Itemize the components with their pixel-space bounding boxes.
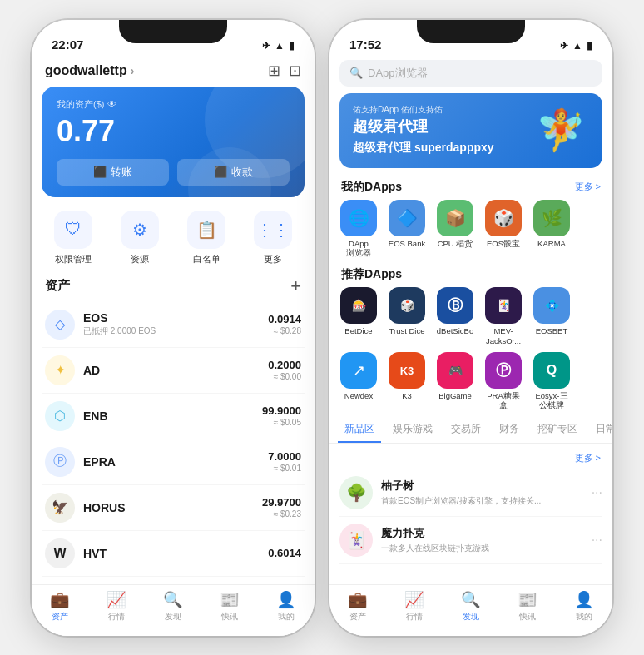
dapp-cpu[interactable]: 📦 CPU 稻货: [433, 200, 478, 258]
menu-item-more[interactable]: ⋮⋮ 更多: [248, 211, 298, 265]
dapp-eos-bank[interactable]: 🔷 EOS Bank: [384, 200, 429, 258]
tab-daily[interactable]: 日常工...: [589, 417, 612, 443]
table-row[interactable]: 🦅 HORUS 29.9700 ≈ $0.23: [42, 485, 305, 531]
table-row[interactable]: ◇ EOS 已抵押 2.0000 EOS 0.0914 ≈ $0.28: [42, 302, 305, 348]
eos-values: 0.0914 ≈ $0.28: [268, 313, 301, 335]
airplane-icon-1: ✈: [262, 40, 270, 52]
tab-exchange[interactable]: 交易所: [444, 417, 488, 443]
search-bar[interactable]: 🔍 DApp浏览器: [339, 60, 602, 87]
receive-button[interactable]: ⬛ 收款: [177, 159, 290, 186]
tab-finance[interactable]: 财务: [493, 417, 526, 443]
dbet-icon: Ⓑ: [437, 287, 473, 324]
discover-tab-label-2: 发现: [463, 611, 479, 623]
my-dapps-title: 我的DApps: [341, 180, 402, 195]
dapp-eos-dice[interactable]: 🎲 EOS骰宝: [481, 200, 526, 258]
p1-wallet-title[interactable]: goodwallettp ›: [45, 63, 134, 78]
tab-market-2[interactable]: 📈 行情: [386, 590, 443, 623]
transfer-button[interactable]: ⬛ 转账: [57, 159, 169, 186]
discover-tab-icon: 🔍: [163, 590, 183, 609]
tab-assets-1[interactable]: 💼 资产: [32, 590, 88, 623]
table-row[interactable]: ⬡ ENB 99.9000 ≈ $0.05: [42, 394, 305, 439]
dapp-newdex[interactable]: ↗ Newdex: [336, 352, 381, 410]
market-tab-label-2: 行情: [406, 611, 423, 623]
menu-item-permissions[interactable]: 🛡 权限管理: [48, 211, 98, 265]
table-row[interactable]: ✦ AD 0.2000 ≈ $0.00: [42, 348, 305, 394]
tab-news-2[interactable]: 📰 快讯: [499, 590, 556, 623]
molipoker-icon: 🃏: [339, 524, 373, 557]
dapp-eosyx[interactable]: Q Eosyx-三公棋牌: [529, 352, 574, 410]
balance-card: 我的资产($) 👁 0.77 ⬛ 转账 ⬛ 收款: [42, 87, 305, 197]
add-asset-button[interactable]: +: [290, 275, 301, 297]
tab-discover-1[interactable]: 🔍 发现: [145, 590, 201, 623]
qr-icon[interactable]: ⊞: [268, 62, 280, 80]
ad-usd: ≈ $0.00: [268, 372, 301, 381]
balance-label: 我的资产($) 👁: [57, 98, 290, 111]
wifi-icon-1: ▲: [275, 40, 285, 52]
dapp-trust-dice[interactable]: 🎲 Trust Dice: [384, 287, 429, 345]
tab-games[interactable]: 娱乐游戏: [386, 417, 439, 443]
permissions-label: 权限管理: [55, 253, 92, 265]
epra-name: EPRA: [83, 455, 268, 469]
dapp-biggame[interactable]: 🎮 BigGame: [433, 352, 478, 410]
menu-item-resources[interactable]: ⚙ 资源: [115, 211, 165, 265]
epra-values: 7.0000 ≈ $0.01: [268, 450, 301, 473]
new-apps-more[interactable]: 更多 >: [339, 449, 602, 469]
enb-name: ENB: [83, 409, 262, 423]
dapp-browser[interactable]: 🌐 DApp浏览器: [336, 200, 381, 258]
profile-tab-label: 我的: [278, 611, 295, 623]
bottom-tabs-2: 💼 资产 📈 行情 🔍 发现 📰 快讯 👤 我的: [329, 584, 612, 636]
battery-icon-1: ▮: [289, 40, 295, 52]
eos-icon: ◇: [45, 310, 75, 340]
rec-dapps-row1: 🎰 BetDice 🎲 Trust Dice Ⓑ dBetSicBo 🃏 MEV…: [329, 287, 612, 352]
resources-label: 资源: [131, 253, 149, 265]
dapp-betdice[interactable]: 🎰 BetDice: [336, 287, 381, 345]
table-row[interactable]: W HVT 0.6014: [42, 531, 305, 577]
dapp-eosbet[interactable]: 💠 EOSBET: [529, 287, 574, 345]
tab-profile-2[interactable]: 👤 我的: [556, 590, 612, 623]
molipoker-desc: 一款多人在线区块链扑克游戏: [381, 543, 583, 554]
dapp-pra[interactable]: Ⓟ PRA糖果盒: [481, 352, 526, 410]
phone2-content: 🔍 DApp浏览器 佑支持DApp 佑们支持佑 超级君代理超级君代理 super…: [329, 57, 612, 636]
eosyx-icon: Q: [533, 352, 570, 389]
my-dapps-row: 🌐 DApp浏览器 🔷 EOS Bank 📦 CPU 稻货 🎲 EOS骰宝 🌿 …: [329, 200, 612, 265]
time-1: 22:07: [52, 37, 83, 52]
ad-amount: 0.2000: [268, 359, 301, 371]
eos-dice-icon: 🎲: [485, 200, 522, 236]
notch-2: [417, 20, 525, 43]
airplane-icon-2: ✈: [560, 40, 568, 52]
news-tab-icon-2: 📰: [518, 590, 537, 609]
p1-header-icons: ⊞ ⊡: [268, 62, 301, 80]
time-2: 17:52: [349, 37, 381, 52]
dapp-karma[interactable]: 🌿 KARMA: [529, 200, 574, 258]
tab-news-1[interactable]: 📰 快讯: [201, 590, 258, 623]
horus-name: HORUS: [83, 501, 262, 514]
search-placeholder: DApp浏览器: [368, 66, 428, 81]
karma-icon: 🌿: [533, 200, 570, 236]
discover-tab-icon-2: 🔍: [461, 590, 481, 609]
banner-sub: 佑支持DApp 佑们支持佑: [353, 104, 494, 116]
tab-profile-1[interactable]: 👤 我的: [258, 590, 315, 623]
list-item[interactable]: 🃏 魔力扑克 一款多人在线区块链扑克游戏 ···: [339, 517, 602, 564]
scan-icon[interactable]: ⊡: [289, 62, 301, 80]
list-item[interactable]: 🌳 柚子树 首款EOS制户浏览器/搜索引擎，支持接关... ···: [339, 469, 602, 517]
hvt-name: HVT: [83, 547, 268, 560]
tab-new[interactable]: 新品区: [338, 417, 381, 443]
horus-usd: ≈ $0.23: [262, 509, 301, 519]
enb-info: ENB: [83, 409, 262, 423]
table-row[interactable]: Ⓟ EPRA 7.0000 ≈ $0.01: [42, 439, 305, 485]
tab-discover-2[interactable]: 🔍 发现: [443, 590, 499, 623]
enb-icon: ⬡: [45, 401, 75, 431]
tab-market-1[interactable]: 📈 行情: [88, 590, 145, 623]
rec-dapps-row2: ↗ Newdex K3 K3 🎮 BigGame Ⓟ PRA糖果盒 Q Eosy…: [329, 352, 612, 417]
tab-mining[interactable]: 挖矿专区: [531, 417, 584, 443]
menu-item-whitelist[interactable]: 📋 白名单: [181, 211, 231, 265]
dapp-dbet[interactable]: Ⓑ dBetSicBo: [433, 287, 478, 345]
tab-assets-2[interactable]: 💼 资产: [329, 590, 386, 623]
asset-title: 资产: [45, 278, 70, 294]
promo-banner[interactable]: 佑支持DApp 佑们支持佑 超级君代理超级君代理 superdapppxy 🧚: [339, 93, 602, 168]
mev-label: MEV-JacksOr...: [486, 326, 521, 345]
k3-label: K3: [402, 391, 412, 400]
my-dapps-more[interactable]: 更多 >: [575, 181, 601, 193]
dapp-k3[interactable]: K3 K3: [384, 352, 429, 410]
dapp-mev[interactable]: 🃏 MEV-JacksOr...: [481, 287, 526, 345]
